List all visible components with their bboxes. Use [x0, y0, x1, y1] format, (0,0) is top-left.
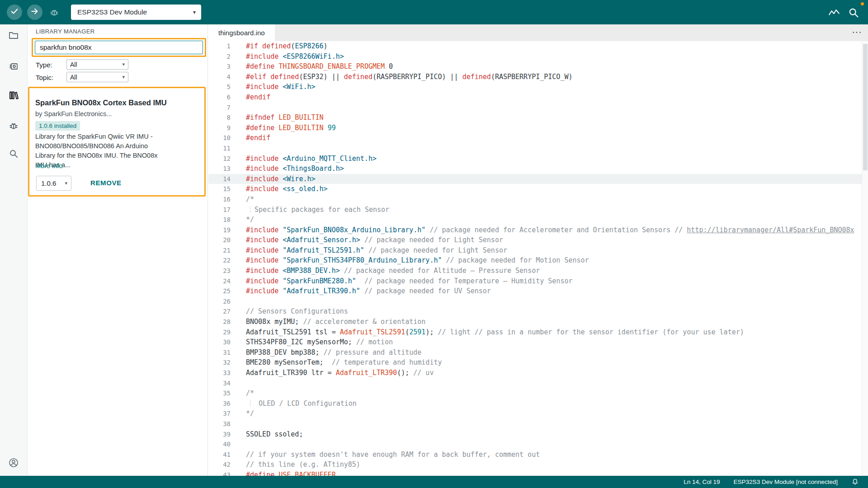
line-number: 35: [208, 388, 231, 399]
code-line[interactable]: 39SSOLED ssoled;: [208, 429, 868, 440]
code-line[interactable]: 2#include <ESP8266WiFi.h>: [208, 52, 868, 62]
code-line[interactable]: 42// this line (e.g. ATtiny85): [208, 460, 868, 470]
verify-button[interactable]: [7, 5, 22, 20]
code-text: #include <WiFi.h>: [231, 82, 316, 92]
library-search-input[interactable]: [35, 41, 203, 54]
code-text: STHS34PF80_I2C mySensorMo; // motion: [231, 337, 393, 347]
more-info-link[interactable]: More info: [35, 162, 62, 169]
code-line[interactable]: 37*/: [208, 408, 868, 419]
line-number: 17: [208, 205, 231, 215]
code-text: #if defined(ESP8266): [231, 41, 328, 52]
remove-button[interactable]: REMOVE: [90, 179, 122, 187]
topic-filter-select[interactable]: All ▾: [66, 72, 128, 82]
tab-overflow-menu[interactable]: ···: [852, 24, 862, 41]
code-line[interactable]: 23#include <BMP388_DEV.h> // package nee…: [208, 266, 868, 276]
code-text: #define THINGSBOARD_ENABLE_PROGMEM 0: [231, 61, 393, 72]
code-line[interactable]: 11: [208, 143, 868, 154]
board-selector-dropdown[interactable]: ESP32S3 Dev Module ▾: [71, 5, 201, 20]
code-line[interactable]: 34: [208, 378, 868, 389]
debug-button[interactable]: [49, 7, 60, 18]
code-line[interactable]: 1#if defined(ESP8266): [208, 41, 868, 52]
tab-thingsboard-ino[interactable]: thingsboard.ino: [208, 24, 275, 41]
folder-icon: [8, 34, 19, 42]
code-line[interactable]: 43#define USE_BACKBUFFER: [208, 470, 868, 476]
scrollbar-thumb[interactable]: [863, 44, 868, 170]
sidebar-item-sketchbook[interactable]: [8, 30, 19, 41]
type-filter-select[interactable]: All ▾: [66, 59, 128, 70]
line-number: 4: [208, 72, 231, 82]
code-editor[interactable]: 1#if defined(ESP8266)2#include <ESP8266W…: [208, 41, 868, 476]
notifications-bell-icon[interactable]: [851, 478, 859, 486]
code-line[interactable]: 31BMP388_DEV bmp388; // pressure and alt…: [208, 347, 868, 358]
topic-filter-value: All: [70, 74, 77, 81]
code-text: #include <ss_oled.h>: [231, 184, 328, 194]
code-line[interactable]: 33Adafruit_LTR390 ltr = Adafruit_LTR390(…: [208, 368, 868, 378]
line-number: 38: [208, 419, 231, 429]
code-line[interactable]: 29Adafruit_TSL2591 tsl = Adafruit_TSL259…: [208, 327, 868, 338]
topic-filter-label: Topic:: [36, 74, 53, 81]
code-line[interactable]: 22#include "SparkFun_STHS34PF80_Arduino_…: [208, 255, 868, 266]
code-line[interactable]: 36 OLED / LCD Configuration: [208, 399, 868, 409]
line-number: 6: [208, 92, 231, 103]
code-text: [231, 103, 246, 113]
code-line[interactable]: 7: [208, 103, 868, 113]
version-select[interactable]: 1.0.6 ▾: [36, 176, 71, 191]
code-line[interactable]: 20#include <Adafruit_Sensor.h> // packag…: [208, 235, 868, 245]
code-line[interactable]: 8#ifndef LED_BUILTIN: [208, 113, 868, 123]
code-text: Adafruit_TSL2591 tsl = Adafruit_TSL2591(…: [231, 327, 744, 338]
line-number: 41: [208, 450, 231, 460]
sidebar-item-boards-manager[interactable]: [8, 61, 19, 72]
sidebar-item-library-manager[interactable]: [8, 90, 19, 101]
code-line[interactable]: 5#include <WiFi.h>: [208, 82, 868, 92]
line-number: 37: [208, 408, 231, 419]
line-number: 22: [208, 255, 231, 266]
code-text: // if your system doesn't have enough RA…: [231, 450, 540, 460]
code-line[interactable]: 4#elif defined(ESP32) || defined(RASPBER…: [208, 72, 868, 82]
serial-monitor-button[interactable]: [847, 6, 860, 19]
code-line[interactable]: 26: [208, 296, 868, 307]
line-number: 18: [208, 215, 231, 225]
code-line[interactable]: 35/*: [208, 388, 868, 399]
code-text: BMP388_DEV bmp388; // pressure and altit…: [231, 347, 421, 358]
code-line[interactable]: 3#define THINGSBOARD_ENABLE_PROGMEM 0: [208, 61, 868, 72]
code-line[interactable]: 30STHS34PF80_I2C mySensorMo; // motion: [208, 337, 868, 347]
code-line[interactable]: 13#include <ThingsBoard.h>: [208, 164, 868, 174]
installed-badge: 1.0.6 installed: [35, 121, 80, 131]
code-line[interactable]: 12#include <Arduino_MQTT_Client.h>: [208, 154, 868, 164]
code-line[interactable]: 24#include "SparkFunBME280.h" // package…: [208, 276, 868, 286]
sidebar-item-search[interactable]: [8, 148, 19, 159]
code-text: [231, 296, 246, 307]
code-line[interactable]: 15#include <ss_oled.h>: [208, 184, 868, 194]
code-line[interactable]: 25#include "Adafruit_LTR390.h" // packag…: [208, 286, 868, 296]
code-line[interactable]: 18*/: [208, 215, 868, 225]
code-line[interactable]: 14#include <Wire.h>: [208, 174, 868, 184]
code-line[interactable]: 28BNO08x myIMU; // accelerometer & orien…: [208, 317, 868, 327]
code-line[interactable]: 6#endif: [208, 92, 868, 103]
code-line[interactable]: 16/*: [208, 194, 868, 205]
code-line[interactable]: 19#include "SparkFun_BNO08x_Arduino_Libr…: [208, 225, 868, 235]
line-number: 14: [208, 174, 231, 184]
code-line[interactable]: 21#include "Adafruit_TSL2591.h" // packa…: [208, 245, 868, 256]
notification-dot: [861, 2, 864, 5]
line-number: 16: [208, 194, 231, 205]
code-line[interactable]: 27// Sensors Configurations: [208, 306, 868, 317]
waveform-icon: [828, 12, 840, 20]
cursor-position[interactable]: Ln 14, Col 19: [684, 479, 720, 485]
board-connection-status[interactable]: ESP32S3 Dev Module [not connected]: [734, 479, 838, 485]
code-text: [231, 439, 246, 450]
code-line[interactable]: 9#define LED_BUILTIN 99: [208, 123, 868, 133]
code-line[interactable]: 10#endif: [208, 133, 868, 143]
line-number: 10: [208, 133, 231, 143]
account-button[interactable]: [8, 457, 19, 468]
code-line[interactable]: 17 Specific packages for each Sensor: [208, 205, 868, 215]
line-number: 36: [208, 399, 231, 409]
code-line[interactable]: 32BME280 mySensorTem; // temperature and…: [208, 357, 868, 368]
serial-plotter-button[interactable]: [828, 7, 840, 19]
code-line[interactable]: 40: [208, 439, 868, 450]
editor-scrollbar[interactable]: [862, 41, 868, 476]
code-line[interactable]: 38: [208, 419, 868, 429]
code-line[interactable]: 41// if your system doesn't have enough …: [208, 450, 868, 460]
search-icon: [8, 153, 19, 160]
sidebar-item-debug[interactable]: [8, 120, 19, 131]
upload-button[interactable]: [27, 5, 42, 20]
